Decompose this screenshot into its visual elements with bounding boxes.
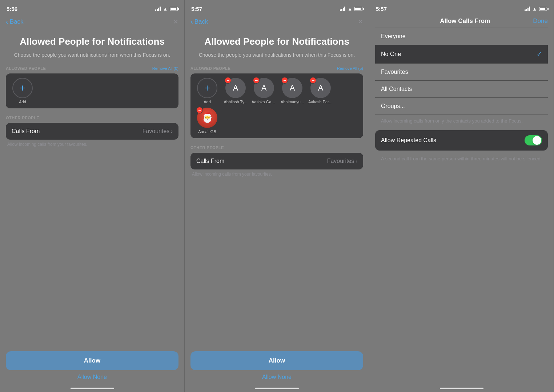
contact-avatar-2: − A	[282, 78, 302, 98]
back-button-2[interactable]: ‹ Back	[190, 17, 208, 26]
other-people-section-1: OTHER PEOPLE Calls From Favourites › All…	[6, 116, 178, 147]
option-no-one[interactable]: No One ✓	[375, 45, 548, 64]
home-indicator-3	[440, 388, 483, 389]
done-button-3[interactable]: Done	[533, 17, 548, 25]
content-2: Allowed People for Notifications Choose …	[185, 29, 369, 351]
nav-bar-2: ‹ Back ✕	[185, 16, 369, 29]
focus-hint: Allow incoming calls from only the conta…	[375, 115, 548, 130]
panel3-content: Everyone No One ✓ Favourites All Contact…	[369, 28, 554, 388]
people-grid-1: + Add	[6, 73, 178, 108]
time-2: 5:57	[191, 6, 202, 12]
remove-badge-1[interactable]: −	[253, 77, 260, 84]
contact-avatar-wrapper-4: − 🎅	[197, 108, 217, 128]
close-button-1[interactable]: ✕	[173, 18, 178, 26]
allowed-people-label-1: Allowed People Remove All (0)	[6, 66, 178, 71]
bottom-section-2: Allow Allow None	[185, 351, 369, 392]
allow-none-button-1[interactable]: Allow None	[0, 374, 184, 380]
back-label-2: Back	[194, 18, 208, 25]
page-subtitle-2: Choose the people you want notifications…	[190, 52, 363, 59]
close-button-2[interactable]: ✕	[358, 18, 363, 26]
remove-badge-0[interactable]: −	[225, 77, 231, 84]
plus-icon-1: +	[20, 83, 25, 93]
other-people-section-2: OTHER PEOPLE Calls From Favourites › All…	[190, 145, 363, 177]
add-avatar-1: +	[12, 78, 33, 98]
remove-all-1[interactable]: Remove All (0)	[152, 66, 178, 71]
home-indicator-1	[71, 388, 114, 389]
bottom-section-3	[369, 388, 554, 392]
page-heading-1: Allowed People for Notifications	[6, 36, 178, 47]
signal-icon	[155, 7, 161, 11]
contact-item-3[interactable]: − A Aakash Pate...	[308, 78, 333, 104]
contact-name-3: Aakash Pate...	[308, 100, 333, 104]
calls-from-row-1[interactable]: Calls From Favourites ›	[6, 123, 178, 140]
nav-title-3: Allow Calls From	[440, 17, 490, 25]
nav-bar-1: ‹ Back ✕	[0, 16, 184, 29]
status-bar-1: 5:56 ▲	[0, 0, 184, 16]
plus-icon-2: +	[204, 83, 210, 93]
option-everyone[interactable]: Everyone	[375, 28, 548, 45]
allowed-people-label-2: Allowed People Remove All (5)	[190, 66, 363, 71]
other-people-label-2: OTHER PEOPLE	[190, 145, 363, 150]
remove-badge-3[interactable]: −	[310, 77, 316, 84]
contact-name-1: Aashka Gan...	[252, 100, 276, 104]
page-subtitle-1: Choose the people you want notifications…	[6, 52, 178, 59]
allow-repeated-calls-toggle[interactable]	[525, 135, 542, 145]
add-label-2: Add	[204, 100, 211, 104]
wifi-icon-3: ▲	[532, 6, 537, 12]
contact-avatar-1: − A	[254, 78, 274, 98]
option-groups[interactable]: Groups...	[375, 98, 548, 115]
nav-bar-3: Allow Calls From Done	[369, 16, 554, 28]
contact-item-1[interactable]: − A Aashka Gan...	[252, 78, 276, 104]
chevron-right-icon-2: ›	[356, 158, 357, 164]
allow-repeated-calls-label: Allow Repeated Calls	[381, 137, 436, 144]
other-people-label-1: OTHER PEOPLE	[6, 116, 178, 120]
bottom-section-1: Allow Allow None	[0, 351, 184, 392]
status-icons-3: ▲	[525, 6, 547, 12]
calls-from-label-2: Calls From	[196, 158, 224, 164]
contact-item-0[interactable]: − A Abhilash Ty...	[223, 78, 248, 104]
battery-icon	[170, 7, 178, 11]
content-1: Allowed People for Notifications Choose …	[0, 29, 184, 351]
calls-hint-1: Allow incoming calls from your favourite…	[6, 142, 178, 147]
repeated-hint: A second call from the same person withi…	[375, 153, 548, 168]
calls-from-row-2[interactable]: Calls From Favourites ›	[190, 153, 363, 169]
contact-avatar-3: − A	[310, 78, 331, 98]
calls-hint-2: Allow incoming calls from your favourite…	[190, 172, 363, 177]
remove-badge-4[interactable]: −	[196, 107, 203, 113]
allow-none-button-2[interactable]: Allow None	[185, 374, 369, 380]
add-person-button-2[interactable]: + Add	[195, 78, 220, 104]
wifi-icon-2: ▲	[348, 6, 352, 12]
page-heading-2: Allowed People for Notifications	[190, 36, 363, 47]
back-chevron-2: ‹	[190, 17, 193, 26]
allow-repeated-calls-row: Allow Repeated Calls	[375, 130, 548, 151]
signal-icon-3	[525, 7, 530, 11]
remove-all-2[interactable]: Remove All (5)	[337, 66, 363, 71]
contact-name-0: Abhilash Ty...	[224, 100, 247, 104]
option-all-contacts[interactable]: All Contacts	[375, 81, 548, 98]
chevron-right-icon-1: ›	[171, 128, 173, 134]
contact-item-2[interactable]: − A Abhimanyu...	[280, 78, 305, 104]
remove-badge-2[interactable]: −	[281, 77, 288, 84]
back-label-1: Back	[10, 18, 24, 25]
time-3: 5:57	[376, 6, 387, 12]
add-label-1: Add	[19, 100, 26, 104]
contact-item-4[interactable]: − 🎅 Aanal iGB	[195, 108, 220, 134]
people-grid-2: + Add − A Abhilash Ty... − A Aashka Gan.…	[190, 73, 363, 138]
wifi-icon: ▲	[163, 6, 168, 12]
allow-button-1[interactable]: Allow	[6, 351, 178, 370]
back-button-1[interactable]: ‹ Back	[6, 17, 23, 26]
add-person-button-1[interactable]: + Add	[10, 78, 35, 104]
option-favourites[interactable]: Favourites	[375, 64, 548, 81]
back-chevron-1: ‹	[6, 17, 8, 26]
contact-name-4: Aanal iGB	[198, 129, 216, 134]
status-icons-2: ▲	[340, 6, 362, 12]
calls-from-value-1: Favourites ›	[142, 128, 173, 135]
battery-icon-2	[354, 7, 362, 11]
allow-button-2[interactable]: Allow	[190, 351, 363, 370]
status-bar-2: 5:57 ▲	[185, 0, 369, 16]
status-bar-3: 5:57 ▲	[369, 0, 554, 16]
time-1: 5:56	[7, 6, 17, 12]
battery-icon-3	[539, 7, 547, 11]
panel-1: 5:56 ▲ ‹ Back ✕ Allowed People for Notif…	[0, 0, 185, 392]
add-avatar-2: +	[197, 78, 217, 98]
